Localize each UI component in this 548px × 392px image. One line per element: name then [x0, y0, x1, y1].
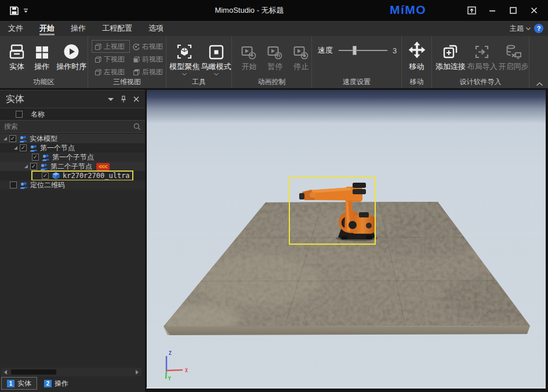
- bottom-tab-operation[interactable]: 2 操作: [38, 377, 74, 390]
- right-view-button[interactable]: 右视图: [130, 40, 167, 53]
- birdseye-icon: [209, 41, 224, 60]
- bottom-tab-entity[interactable]: 1 实体: [1, 377, 37, 390]
- layout-import-button[interactable]: 布局导入: [467, 41, 498, 72]
- pin-icon: [121, 96, 126, 103]
- search-input[interactable]: [4, 122, 133, 130]
- tree-item-first-child[interactable]: ✓ 第一个子节点: [0, 153, 145, 162]
- panel-header: 实体: [0, 90, 145, 108]
- top-view-label: 上视图: [104, 42, 125, 52]
- scroll-right-arrow-icon[interactable]: [136, 370, 139, 375]
- speed-slider[interactable]: [339, 50, 387, 51]
- right-view-label: 右视图: [142, 42, 163, 52]
- tree-checkbox[interactable]: [10, 182, 17, 188]
- panel-bottom-tabs: 1 实体 2 操作: [1, 377, 74, 390]
- group-label-animation: 动画控制: [232, 77, 311, 87]
- save-button[interactable]: [9, 6, 19, 16]
- group-label-speed: 速度设置: [312, 77, 401, 87]
- pin-on-top-button[interactable]: [461, 0, 482, 21]
- tree-checkbox[interactable]: ✓: [20, 144, 27, 151]
- tree-item-kr270r2700-ultra[interactable]: ✓ kr270r2700_ultra: [0, 171, 145, 180]
- tree-item-second-child[interactable]: ✓ 第二个子节点 <<<: [0, 162, 145, 171]
- mimo-logo: MíMO: [390, 3, 426, 17]
- front-view-button[interactable]: 前视图: [130, 53, 167, 66]
- tree-item-entity-model[interactable]: ✓ 实体模型: [0, 134, 145, 143]
- group-node-icon: [40, 163, 48, 170]
- minimize-icon: [489, 7, 496, 14]
- model-cube-icon: [52, 172, 60, 180]
- birdseye-mode-label: 鸟瞰模式: [201, 61, 231, 72]
- anim-start-label: 开始: [242, 61, 257, 72]
- cube-view-icon: [132, 56, 140, 63]
- tree-item-label: 第一个子节点: [52, 153, 94, 162]
- anim-pause-button[interactable]: 暂停: [265, 41, 286, 72]
- ribbon-group-speed: 速度 3 速度设置: [312, 36, 402, 88]
- close-button[interactable]: [524, 0, 545, 21]
- speed-label: 速度: [318, 45, 333, 56]
- axis-z-label: Z: [169, 351, 172, 356]
- scroll-left-arrow-icon[interactable]: [4, 370, 7, 375]
- operation-grid-icon: [35, 41, 49, 60]
- viewport-3d[interactable]: Z X Y: [146, 90, 546, 389]
- speed-slider-handle[interactable]: [353, 46, 357, 55]
- tab-project-config[interactable]: 工程配置: [94, 21, 140, 36]
- panel-close-button[interactable]: [133, 96, 139, 102]
- name-column-header: 名称: [0, 108, 145, 121]
- window-controls: [461, 0, 545, 21]
- top-view-button[interactable]: 上视图: [92, 40, 130, 53]
- panel-menu-button[interactable]: [108, 98, 114, 101]
- axis-x-label: X: [185, 368, 188, 373]
- sync-toggle-button[interactable]: 开启同步: [498, 41, 529, 72]
- pin-on-top-icon: [467, 6, 476, 14]
- bottom-tab-label: 实体: [17, 379, 31, 389]
- quick-access-toolbar: [0, 6, 28, 16]
- entity-panel: 实体 名称: [0, 90, 145, 392]
- ribbon-group-tools: 模型聚焦 鸟瞰模式 工具: [166, 36, 232, 88]
- theme-selector[interactable]: 主题: [510, 24, 531, 34]
- tab-file[interactable]: 文件: [0, 21, 31, 36]
- tree-checkbox[interactable]: ✓: [42, 172, 49, 179]
- operation-button[interactable]: 操作: [31, 41, 53, 72]
- panel-pin-button[interactable]: [121, 96, 126, 103]
- tab-number-badge: 2: [44, 380, 52, 387]
- theme-label: 主题: [510, 24, 524, 34]
- expand-arrow-icon[interactable]: [3, 137, 7, 140]
- move-button[interactable]: 移动: [404, 41, 430, 72]
- anim-start-button[interactable]: 开始: [239, 41, 260, 72]
- tree-item-first-node[interactable]: ✓ 第一个节点: [0, 143, 145, 153]
- name-header-checkbox[interactable]: [16, 111, 23, 118]
- tree-checkbox[interactable]: ✓: [9, 135, 16, 142]
- tab-home[interactable]: 开始: [31, 21, 63, 36]
- horizontal-scrollbar[interactable]: [1, 368, 141, 376]
- expand-arrow-icon[interactable]: [24, 165, 28, 168]
- panel-title: 实体: [6, 93, 24, 106]
- tree-item-qr-locate[interactable]: 定位二维码: [0, 180, 145, 190]
- tree-checkbox[interactable]: ✓: [30, 163, 37, 170]
- back-view-button[interactable]: 后视图: [130, 66, 167, 78]
- help-button[interactable]: ?: [534, 24, 543, 33]
- maximize-button[interactable]: [503, 0, 524, 21]
- minimize-button[interactable]: [482, 0, 503, 21]
- bottom-view-button[interactable]: 下视图: [92, 53, 130, 66]
- model-focus-label: 模型聚焦: [169, 61, 199, 72]
- operation-sequence-button[interactable]: 操作时序: [55, 41, 88, 72]
- expand-arrow-icon[interactable]: [14, 146, 17, 150]
- anim-stop-button[interactable]: 停止: [291, 41, 311, 72]
- tab-operation[interactable]: 操作: [63, 21, 94, 36]
- tree-checkbox[interactable]: ✓: [32, 154, 39, 161]
- scrollbar-thumb[interactable]: [11, 369, 56, 375]
- left-view-button[interactable]: 左视图: [92, 66, 130, 78]
- ribbon: 实体 操作: [0, 36, 548, 88]
- add-connection-button[interactable]: 添加连接: [435, 41, 466, 72]
- tab-options[interactable]: 选项: [140, 21, 172, 36]
- birdseye-mode-button[interactable]: 鸟瞰模式: [201, 41, 232, 75]
- quick-access-dropdown[interactable]: [23, 8, 28, 13]
- ribbon-collapse-button[interactable]: [536, 82, 543, 86]
- add-connection-icon: [442, 41, 459, 60]
- cube-view-icon: [94, 56, 101, 63]
- entity-button[interactable]: 实体: [5, 41, 28, 72]
- model-focus-button[interactable]: 模型聚焦: [169, 41, 200, 75]
- sync-icon: [506, 41, 521, 60]
- window-title: MimoStudio - 无标题: [191, 5, 307, 16]
- anim-pause-icon: [267, 41, 283, 60]
- ribbon-group-move: 移动 移动: [402, 36, 432, 88]
